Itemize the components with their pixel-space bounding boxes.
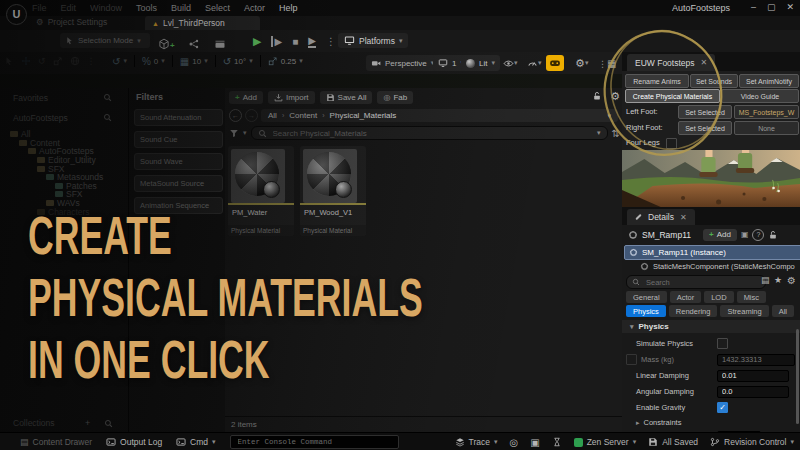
trace-dropdown[interactable]: Trace ▾ — [455, 437, 498, 447]
close-button[interactable]: ✕ — [786, 2, 794, 12]
game-view-button[interactable] — [546, 55, 564, 71]
lock-icon[interactable] — [768, 230, 778, 240]
import-button[interactable]: Import — [268, 91, 315, 104]
menu-file[interactable]: File — [32, 3, 47, 13]
chevron-down-icon[interactable]: ▾ — [607, 112, 611, 120]
mass-override-checkbox[interactable] — [626, 354, 637, 365]
move-tool-icon[interactable] — [21, 56, 31, 66]
asset-pm-water[interactable]: PM_Water Physical Material — [228, 146, 294, 236]
tree-item-characters[interactable]: Characters — [0, 207, 127, 216]
sort-settings-icon[interactable]: ⇅ — [612, 128, 620, 139]
capture-icon[interactable]: ▣ — [530, 437, 539, 448]
chevron-down-icon[interactable]: ▾ — [597, 129, 601, 137]
tab-lod[interactable]: LOD — [704, 291, 733, 303]
stop-button[interactable]: ■ — [292, 36, 298, 47]
tab-streaming[interactable]: Streaming — [720, 305, 768, 317]
grid-snap-icon[interactable]: ▦ — [180, 56, 189, 67]
scale-tool-icon[interactable] — [53, 56, 63, 66]
linear-damping-input[interactable] — [717, 370, 789, 382]
close-tab-icon[interactable]: ✕ — [701, 58, 708, 67]
camera-speed-dropdown[interactable]: ▾ — [524, 55, 545, 71]
play-button[interactable]: ▶ — [253, 35, 261, 48]
fab-button[interactable]: ◎ Fab — [377, 91, 413, 104]
revision-control-dropdown[interactable]: Revision Control ▾ — [710, 437, 794, 447]
set-sounds-button[interactable]: Set Sounds — [690, 74, 738, 88]
add-component-button[interactable]: + Add — [703, 229, 737, 241]
save-all-button[interactable]: Save All — [320, 91, 373, 104]
tree-item-metasounds[interactable]: Metasounds — [0, 173, 127, 182]
physics-section-header[interactable]: ▾ Physics — [622, 320, 800, 333]
output-log-button[interactable]: Output Log — [106, 437, 162, 447]
simulate-physics-checkbox[interactable] — [717, 338, 728, 349]
tab-general[interactable]: General — [626, 291, 667, 303]
add-actor-button[interactable]: + — [158, 34, 175, 52]
world-space-icon[interactable] — [70, 56, 80, 66]
right-foot-set-selected-button[interactable]: Set Selected — [678, 121, 732, 135]
breadcrumb-all[interactable]: All — [268, 111, 277, 120]
platforms-dropdown[interactable]: Platforms ▾ — [338, 33, 408, 48]
search-icon[interactable] — [103, 113, 112, 122]
details-search-input[interactable] — [644, 277, 760, 288]
enable-gravity-checkbox[interactable]: ✓ — [717, 402, 728, 413]
viewport-options-menu[interactable]: ⋮ — [598, 59, 607, 69]
zen-server-dropdown[interactable]: Zen Server ▾ — [574, 437, 637, 447]
filter-funnel-icon[interactable] — [229, 128, 239, 138]
add-button[interactable]: + Add — [229, 91, 263, 104]
play-options-menu[interactable]: ⋮ — [326, 36, 336, 47]
create-physical-materials-button[interactable]: Create Physical Materials — [625, 89, 720, 103]
close-tab-icon[interactable]: ✕ — [680, 213, 687, 222]
tab-details[interactable]: Details ✕ — [627, 209, 695, 225]
back-button[interactable]: ← — [229, 109, 242, 122]
scale-snap-value[interactable]: 0.25 — [281, 57, 297, 66]
left-foot-asset-dropdown[interactable]: MS_Footsteps_W — [734, 105, 799, 119]
filter-sound-cue[interactable]: Sound Cue — [134, 131, 223, 148]
viewport-settings-dropdown[interactable]: ⚙ ▾ — [572, 55, 591, 71]
help-icon[interactable]: ? — [752, 229, 764, 241]
launch-button[interactable]: ▶ — [308, 35, 316, 48]
scale-snap-icon[interactable] — [268, 56, 278, 66]
lit-mode-dropdown[interactable]: Lit ▾ — [461, 55, 500, 71]
add-collection-icon[interactable]: + — [85, 418, 90, 428]
lock-icon[interactable] — [592, 91, 602, 101]
tree-item-all[interactable]: All — [0, 130, 127, 139]
display-options-icon[interactable]: ▤ — [761, 275, 770, 285]
component-row[interactable]: StaticMeshComponent (StaticMeshCompo — [624, 260, 800, 272]
breadcrumb-physical-materials[interactable]: Physical_Materials — [330, 111, 397, 120]
percent-snap-icon[interactable]: % — [142, 56, 151, 67]
tab-rendering[interactable]: Rendering — [669, 305, 718, 317]
scrollbar[interactable] — [796, 329, 799, 424]
surface-snap-icon[interactable]: ↺ — [112, 56, 120, 67]
tab-euw-footsteps[interactable]: EUW Footsteps ✕ — [627, 54, 715, 71]
content-drawer-button[interactable]: ▤ Content Drawer — [20, 437, 92, 447]
menu-actor[interactable]: Actor — [244, 3, 265, 13]
selection-mode-dropdown[interactable]: Selection Mode ▾ — [60, 33, 150, 48]
tab-all[interactable]: All — [772, 305, 794, 317]
cinematics-button[interactable] — [214, 34, 226, 52]
asset-search-input[interactable] — [271, 128, 594, 139]
filter-metasound-source[interactable]: MetaSound Source — [134, 175, 223, 192]
level-tab[interactable]: ▲ Lvl_ThirdPerson — [145, 16, 260, 30]
menu-tools[interactable]: Tools — [136, 3, 157, 13]
breadcrumb-content[interactable]: Content — [289, 111, 317, 120]
instance-row-selected[interactable]: SM_Ramp11 (Instance) — [624, 245, 800, 260]
maximize-button[interactable]: ▢ — [767, 2, 776, 12]
rotate-tool-icon[interactable]: ↺ — [38, 56, 46, 66]
tab-actor[interactable]: Actor — [670, 291, 702, 303]
filter-sound-wave[interactable]: Sound Wave — [134, 153, 223, 170]
set-animnotify-button[interactable]: Set AnimNotify — [739, 74, 799, 88]
frame-skip-button[interactable]: ▶ — [271, 36, 282, 47]
tree-item-patches[interactable]: Patches — [0, 182, 127, 191]
favorites-star-icon[interactable]: ★ — [774, 275, 782, 285]
all-saved-button[interactable]: All Saved — [648, 437, 698, 447]
maximize-viewport-icon[interactable]: ▦ — [607, 58, 616, 69]
prop-constraints[interactable]: ▸ Constraints — [622, 415, 800, 430]
tab-misc[interactable]: Misc — [737, 291, 766, 303]
search-icon[interactable] — [103, 93, 112, 102]
favorites-row[interactable]: Favorites — [0, 90, 140, 105]
menu-build[interactable]: Build — [171, 3, 191, 13]
percent-snap-value[interactable]: 0 — [154, 57, 158, 66]
browse-icon[interactable]: ▣ — [741, 230, 749, 239]
minimize-button[interactable]: – — [751, 2, 756, 12]
project-settings-button[interactable]: ⚙ Project Settings — [36, 17, 107, 27]
menu-window[interactable]: Window — [90, 3, 122, 13]
